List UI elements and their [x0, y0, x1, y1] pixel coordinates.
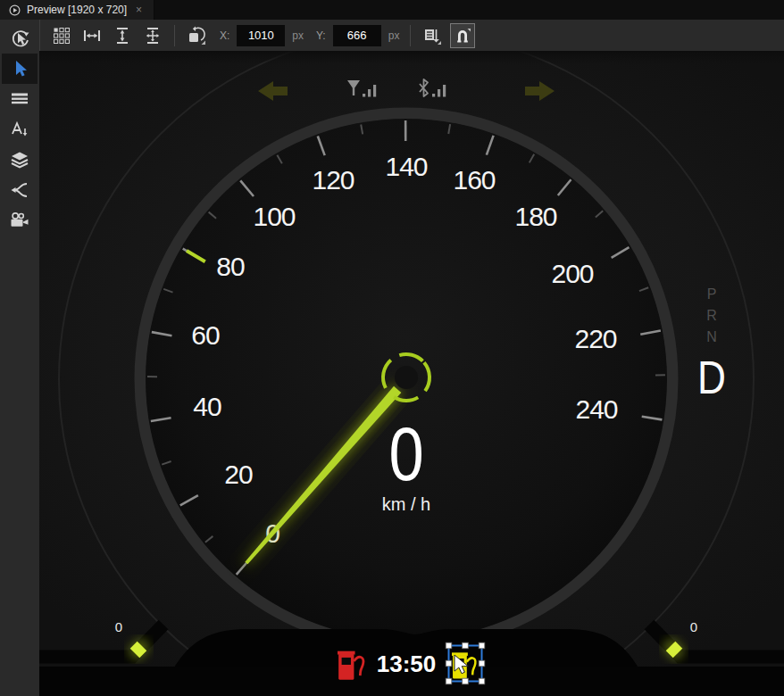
sidebar-tool-table[interactable] — [2, 84, 38, 114]
status-bar — [258, 79, 555, 101]
tab-title: Preview [1920 x 720] — [27, 4, 127, 16]
bluetooth-signal-icon — [420, 79, 446, 97]
transform-origin-button[interactable] — [184, 23, 209, 48]
y-unit: px — [388, 29, 400, 42]
width-resize-icon — [83, 27, 101, 45]
gauge-label: 40 — [193, 392, 221, 421]
sidebar-tool-camera[interactable] — [2, 205, 38, 236]
gauge-label: 240 — [575, 394, 617, 424]
move-anchor-icon — [144, 27, 162, 45]
move-anchor-button[interactable] — [140, 23, 165, 48]
layers-icon — [9, 149, 30, 170]
grid-snap-icon — [53, 27, 71, 45]
transform-origin-icon — [187, 26, 206, 46]
transitions-icon — [9, 179, 30, 201]
tab-close-icon[interactable]: × — [133, 4, 145, 16]
gauge-label: 160 — [453, 165, 495, 195]
gear-active: D — [697, 352, 726, 403]
right-mini-gauge: 0 — [649, 619, 784, 657]
height-resize-button[interactable] — [110, 23, 135, 48]
left-mini-gauge: 0 — [39, 619, 163, 657]
toolbar: X: px Y: px — [39, 20, 784, 51]
camera-icon — [9, 210, 30, 231]
sidebar-tool-annotation[interactable] — [2, 114, 38, 145]
gauge-label: 180 — [514, 202, 556, 231]
speed-readout: 0 — [388, 410, 423, 496]
turn-left-arrow-icon — [258, 81, 288, 101]
gauge-label: 120 — [312, 165, 354, 195]
y-input[interactable] — [333, 25, 381, 46]
tab-preview[interactable]: Preview [1920 x 720] × — [0, 0, 154, 20]
anchors-list-button[interactable] — [420, 23, 445, 48]
sidebar-tool-layers[interactable] — [2, 145, 38, 175]
gauge-label: 200 — [551, 259, 593, 288]
selection-cursor-icon — [9, 58, 30, 79]
x-unit: px — [292, 29, 304, 42]
toolbar-separator — [410, 25, 411, 46]
left-mini-gauge-value: 0 — [115, 619, 122, 634]
run-pointer-icon — [9, 28, 30, 49]
sidebar-tool-transitions[interactable] — [2, 175, 38, 205]
design-canvas[interactable]: 0 20 40 60 80 100 120 140 160 180 200 22… — [39, 51, 784, 696]
app-window: { "tab": { "title": "Preview [1920 x 720… — [0, 0, 784, 696]
width-resize-button[interactable] — [79, 23, 104, 48]
table-view-icon — [9, 88, 30, 110]
gear-indicator: P R N D — [697, 286, 726, 403]
gear-option: R — [706, 308, 717, 323]
height-resize-icon — [113, 27, 131, 45]
play-circle-icon — [9, 4, 21, 16]
y-label: Y: — [316, 29, 326, 42]
needle-hub — [395, 366, 418, 389]
speed-value: 0 — [388, 410, 423, 496]
right-mini-gauge-value: 0 — [690, 619, 697, 634]
gear-option: N — [706, 329, 717, 344]
gauge-label: 220 — [574, 324, 616, 353]
gear-option: P — [707, 286, 717, 302]
antenna-signal-icon — [347, 80, 376, 97]
gauge-label: 60 — [191, 320, 220, 350]
x-input[interactable] — [237, 25, 285, 46]
grid-snap-button[interactable] — [49, 23, 74, 48]
gauge-label: 140 — [385, 152, 427, 181]
canvas-top-shadow — [39, 51, 784, 63]
cluster-preview: 0 20 40 60 80 100 120 140 160 180 200 22… — [39, 51, 784, 696]
sidebar-tool-selection[interactable] — [2, 54, 38, 84]
tab-bar: Preview [1920 x 720] × — [0, 0, 784, 20]
clock-time: 13:50 — [377, 650, 437, 677]
anchors-list-icon — [422, 26, 442, 46]
gauge-label: 20 — [224, 460, 253, 489]
gauge-label: 80 — [216, 252, 245, 281]
toolbar-separator — [174, 25, 175, 46]
gauge-label: 100 — [253, 202, 295, 231]
magnet-snap-button[interactable] — [450, 23, 475, 48]
tool-sidebar — [0, 20, 39, 696]
x-label: X: — [220, 29, 229, 42]
sidebar-tool-run-pointer[interactable] — [2, 23, 38, 54]
magnet-snap-icon — [454, 27, 471, 45]
annotation-tool-icon — [9, 119, 30, 140]
turn-right-arrow-icon — [525, 81, 555, 101]
speed-unit: km / h — [382, 494, 430, 514]
